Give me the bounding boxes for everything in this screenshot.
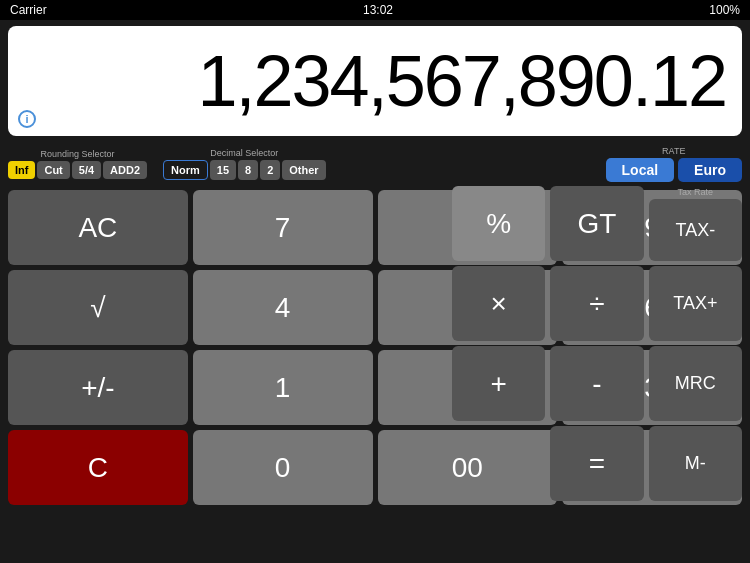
euro-rate-button[interactable]: Euro xyxy=(678,158,742,182)
info-button[interactable]: i xyxy=(18,110,36,128)
rounding-btn-54[interactable]: 5/4 xyxy=(72,161,101,179)
decimal-btn-15[interactable]: 15 xyxy=(210,160,236,180)
decimal-selector-buttons: Norm 15 8 2 Other xyxy=(163,160,326,180)
tax-minus-wrapper: Tax Rate TAX- xyxy=(649,186,742,261)
display-value: 1,234,567,890.12 xyxy=(197,40,726,122)
rate-group: RATE Local Euro xyxy=(606,146,742,182)
controls-row: Rounding Selector Inf Cut 5/4 ADD2 Decim… xyxy=(0,142,750,186)
time-label: 13:02 xyxy=(363,3,393,17)
minus-button[interactable]: - xyxy=(550,346,643,421)
calculator-display: i 1,234,567,890.12 xyxy=(8,26,742,136)
local-rate-button[interactable]: Local xyxy=(606,158,675,182)
rounding-selector-buttons: Inf Cut 5/4 ADD2 xyxy=(8,161,147,179)
equals-button[interactable]: = xyxy=(550,426,643,501)
decimal-btn-other[interactable]: Other xyxy=(282,160,325,180)
rate-buttons: Local Euro xyxy=(606,158,742,182)
multiply-button[interactable]: × xyxy=(452,266,545,341)
decimal-selector-label: Decimal Selector xyxy=(163,148,326,158)
battery-label: 100% xyxy=(709,3,740,17)
rounding-btn-add2[interactable]: ADD2 xyxy=(103,161,147,179)
tax-minus-button[interactable]: TAX- xyxy=(649,199,742,261)
gt-button[interactable]: GT xyxy=(550,186,643,261)
ac-button[interactable]: AC xyxy=(8,190,188,265)
percent-button[interactable]: % xyxy=(452,186,545,261)
decimal-selector-group: Decimal Selector Norm 15 8 2 Other xyxy=(163,148,326,180)
decimal-btn-8[interactable]: 8 xyxy=(238,160,258,180)
plus-button[interactable]: + xyxy=(452,346,545,421)
rounding-btn-cut[interactable]: Cut xyxy=(37,161,69,179)
tax-plus-button[interactable]: TAX+ xyxy=(649,266,742,341)
key-0[interactable]: 0 xyxy=(193,430,373,505)
divide-button[interactable]: ÷ xyxy=(550,266,643,341)
right-keypad: % GT Tax Rate TAX- × ÷ TAX+ + - MRC = M- xyxy=(452,186,742,501)
rate-label: RATE xyxy=(662,146,685,156)
rounding-btn-inf[interactable]: Inf xyxy=(8,161,35,179)
key-4[interactable]: 4 xyxy=(193,270,373,345)
mrc-button[interactable]: MRC xyxy=(649,346,742,421)
plus-minus-button[interactable]: +/- xyxy=(8,350,188,425)
decimal-btn-2[interactable]: 2 xyxy=(260,160,280,180)
rounding-selector-group: Rounding Selector Inf Cut 5/4 ADD2 xyxy=(8,149,147,179)
key-7[interactable]: 7 xyxy=(193,190,373,265)
rounding-selector-label: Rounding Selector xyxy=(8,149,147,159)
tax-rate-label: Tax Rate xyxy=(678,187,714,197)
status-bar: Carrier 13:02 100% xyxy=(0,0,750,20)
sqrt-button[interactable]: √ xyxy=(8,270,188,345)
clear-button[interactable]: C xyxy=(8,430,188,505)
mminus-button[interactable]: M- xyxy=(649,426,742,501)
carrier-label: Carrier xyxy=(10,3,47,17)
key-1[interactable]: 1 xyxy=(193,350,373,425)
decimal-btn-norm[interactable]: Norm xyxy=(163,160,208,180)
